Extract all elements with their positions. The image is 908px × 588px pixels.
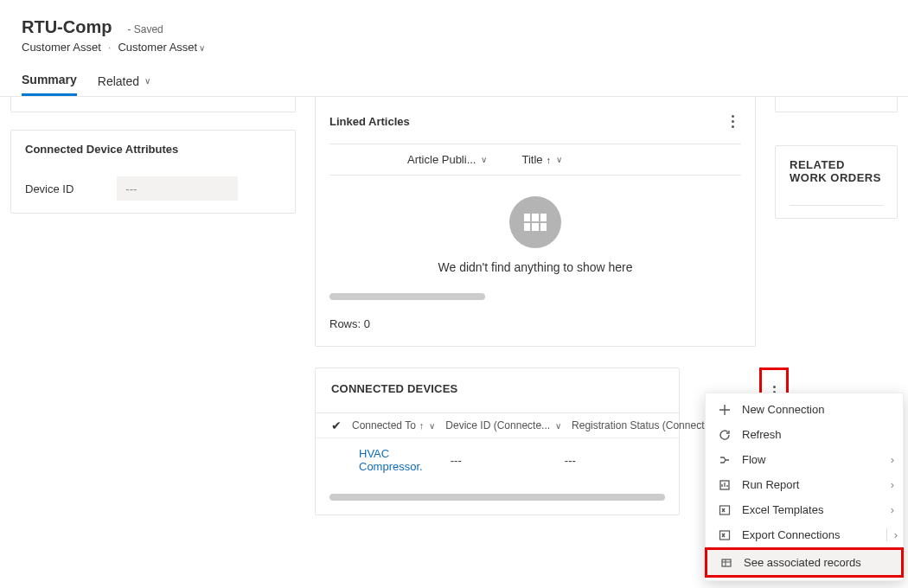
device-id-label: Device ID [25, 182, 74, 195]
page-header: RTU-Comp - Saved Customer Asset · Custom… [0, 0, 908, 97]
excel-export-icon [718, 529, 732, 541]
record-title: RTU-Comp [22, 17, 112, 37]
chevron-down-icon: ∨ [429, 421, 435, 431]
card-stub [10, 97, 296, 112]
device-id-field[interactable] [117, 176, 238, 201]
tabs: Summary Related∨ [22, 66, 886, 96]
connected-devices-columns: ✔ Connected To ↑ ∨ Device ID (Connecte..… [316, 412, 679, 438]
breadcrumb-separator: · [108, 41, 112, 54]
select-all-checkbox[interactable]: ✔ [331, 419, 342, 432]
flow-icon [718, 454, 732, 466]
menu-refresh[interactable]: Refresh [706, 422, 903, 447]
sort-asc-icon: ↑ [419, 420, 425, 431]
tab-summary[interactable]: Summary [22, 66, 77, 96]
records-icon [719, 557, 733, 569]
menu-new-connection[interactable]: New Connection [706, 397, 903, 422]
entity-name: Customer Asset [22, 41, 101, 54]
menu-see-associated-records[interactable]: See associated records [705, 547, 904, 578]
registration-status-cell: --- [565, 454, 679, 467]
connected-to-link[interactable]: HVAC Compressor. [359, 447, 451, 473]
related-work-orders-card: RELATED WORK ORDERS [775, 145, 898, 219]
divider [790, 205, 883, 206]
context-menu: New Connection Refresh Flow › Run Report… [705, 393, 904, 581]
device-id-cell: --- [451, 454, 565, 467]
col-article-public[interactable]: Article Publi...∨ [407, 153, 487, 166]
report-icon [718, 479, 732, 491]
linked-articles-card: Linked Articles Article Publi...∨ Title … [315, 97, 756, 347]
col-title[interactable]: Title ↑∨ [521, 153, 562, 166]
chevron-down-icon: ∨ [481, 155, 487, 164]
tab-related[interactable]: Related∨ [98, 66, 150, 96]
refresh-icon [718, 429, 732, 441]
sort-asc-icon: ↑ [547, 155, 552, 165]
connected-device-attributes-card: Connected Device Attributes Device ID [10, 130, 296, 214]
more-icon[interactable] [724, 109, 741, 133]
horizontal-scrollbar[interactable] [329, 293, 485, 300]
chevron-down-icon: ∨ [144, 76, 150, 86]
rows-count: Rows: 0 [329, 312, 741, 334]
chevron-right-icon: › [886, 528, 898, 541]
svg-rect-2 [720, 531, 730, 540]
linked-articles-columns: Article Publi...∨ Title ↑∨ [329, 144, 741, 176]
horizontal-scrollbar[interactable] [329, 494, 665, 501]
chevron-down-icon: ∨ [556, 155, 562, 164]
col-connected-to[interactable]: Connected To ↑ ∨ [352, 419, 435, 431]
menu-run-report[interactable]: Run Report › [706, 472, 903, 497]
col-device-id[interactable]: Device ID (Connecte... ∨ [445, 419, 561, 431]
plus-icon [718, 404, 732, 416]
chevron-right-icon: › [891, 503, 894, 516]
chevron-right-icon: › [891, 453, 894, 466]
chevron-down-icon: ∨ [199, 43, 205, 53]
linked-articles-title: Linked Articles [329, 115, 410, 128]
menu-excel-templates[interactable]: Excel Templates › [706, 497, 903, 522]
menu-flow[interactable]: Flow › [706, 447, 903, 472]
svg-rect-1 [720, 506, 730, 514]
excel-icon [718, 504, 732, 516]
card-stub [775, 97, 898, 112]
svg-rect-3 [722, 559, 731, 566]
col-registration-status[interactable]: Registration Status (Connecte... [572, 419, 719, 431]
form-selector[interactable]: Customer Asset∨ [118, 41, 205, 54]
chevron-down-icon: ∨ [555, 421, 561, 431]
section-title: Connected Device Attributes [25, 143, 281, 156]
connected-devices-section: CONNECTED DEVICES ✔ Connected To ↑ ∨ Dev… [315, 368, 756, 515]
empty-message: We didn't find anything to show here [329, 260, 741, 274]
breadcrumb: Customer Asset · Customer Asset∨ [22, 41, 886, 54]
chevron-right-icon: › [891, 478, 894, 491]
related-work-orders-title: RELATED WORK ORDERS [790, 158, 883, 184]
empty-grid-icon [509, 196, 561, 248]
connected-devices-title: CONNECTED DEVICES [331, 382, 663, 395]
save-state: - Saved [127, 23, 163, 35]
table-row[interactable]: HVAC Compressor. --- --- [316, 438, 679, 482]
menu-export-connections[interactable]: Export Connections › [706, 522, 903, 547]
empty-state: We didn't find anything to show here [329, 176, 741, 283]
